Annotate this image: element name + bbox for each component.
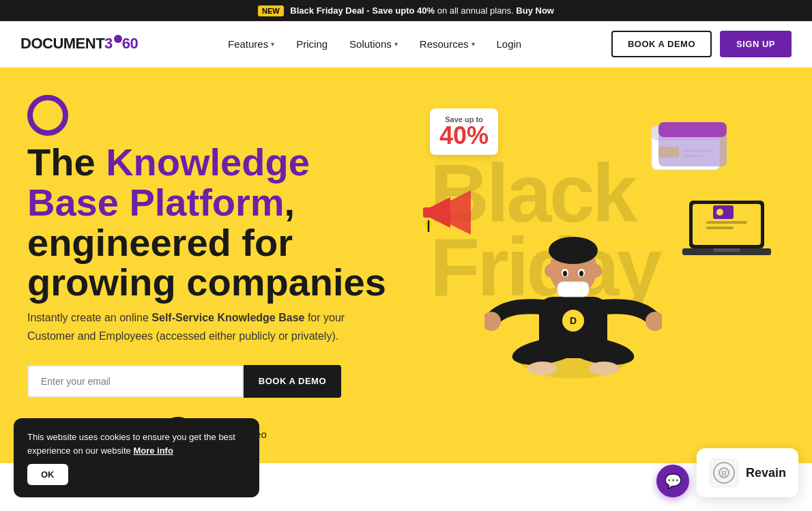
revain-icon: R [709, 458, 739, 488]
nav-item-features[interactable]: Features ▾ [228, 38, 274, 50]
bf-illustration: Save up to 40% BlackFriday [389, 88, 785, 443]
chevron-down-icon: ▾ [472, 40, 475, 48]
nav-link-features[interactable]: Features ▾ [228, 38, 274, 50]
laptop-decoration [682, 197, 771, 268]
hero-circle-decoration [27, 95, 68, 136]
svg-point-29 [545, 264, 555, 278]
logo: DOCUMENT360 [20, 35, 138, 53]
svg-rect-16 [423, 207, 431, 218]
megaphone-decoration [416, 184, 478, 248]
svg-marker-17 [450, 190, 471, 235]
svg-point-30 [591, 264, 602, 278]
hero-section: The Knowledge Base Platform, engineered … [0, 68, 812, 463]
cookie-more-info-link[interactable]: More info [133, 446, 173, 456]
hero-left: The Knowledge Base Platform, engineered … [27, 95, 409, 452]
svg-marker-15 [430, 197, 450, 228]
nav-item-pricing[interactable]: Pricing [296, 38, 328, 50]
top-banner: NEW Black Friday Deal - Save upto 40% on… [0, 0, 812, 21]
logo-circle-icon [114, 35, 122, 43]
nav-link-pricing[interactable]: Pricing [296, 38, 328, 50]
cookie-banner: This website uses cookies to ensure you … [14, 418, 259, 497]
nav-link-resources[interactable]: Resources ▾ [420, 38, 475, 50]
svg-rect-12 [706, 227, 734, 229]
svg-rect-35 [557, 282, 589, 297]
book-demo-button[interactable]: BOOK A DEMO [611, 31, 712, 57]
svg-rect-14 [713, 248, 740, 252]
svg-point-34 [579, 271, 583, 276]
svg-rect-6 [658, 122, 727, 137]
email-form: BOOK A DEMO [27, 365, 341, 398]
book-demo-form-button[interactable]: BOOK A DEMO [244, 365, 341, 398]
credit-card-decoration [648, 122, 730, 176]
cookie-ok-button[interactable]: OK [27, 464, 68, 485]
nav-item-solutions[interactable]: Solutions ▾ [349, 38, 398, 50]
svg-text:D: D [570, 315, 577, 326]
revain-brand-name: Revain [746, 466, 786, 480]
sign-up-button[interactable]: SIGN UP [720, 31, 792, 57]
buy-now-link[interactable]: Buy Now [516, 5, 554, 16]
hero-subtitle-plain: Instantly create an online [27, 312, 151, 323]
nav-actions: BOOK A DEMO SIGN UP [611, 31, 792, 57]
hero-title: The Knowledge Base Platform, engineered … [27, 143, 409, 303]
hero-right: Save up to 40% BlackFriday [362, 68, 812, 463]
character-illustration: D [484, 194, 662, 402]
hero-subtitle: Instantly create an online Self-Service … [27, 308, 368, 345]
save-pct: 40% [439, 123, 489, 148]
chat-icon: 💬 [665, 473, 682, 489]
svg-point-38 [527, 362, 557, 375]
email-input[interactable] [27, 365, 244, 398]
chevron-down-icon: ▾ [394, 40, 398, 48]
chat-button[interactable]: 💬 [656, 465, 689, 497]
new-badge: NEW [258, 5, 284, 16]
svg-text:R: R [721, 469, 727, 478]
revain-widget[interactable]: R Revain [697, 448, 798, 497]
main-nav: DOCUMENT360 Features ▾ Pricing Solutions… [0, 21, 812, 68]
cookie-text: This website uses cookies to ensure you … [27, 430, 246, 457]
svg-point-10 [716, 209, 723, 216]
svg-point-28 [549, 237, 598, 264]
svg-rect-11 [706, 221, 747, 224]
svg-point-39 [589, 362, 619, 375]
nav-link-solutions[interactable]: Solutions ▾ [349, 38, 398, 50]
hero-subtitle-bold: Self-Service Knowledge Base [151, 312, 304, 323]
svg-point-33 [563, 271, 567, 276]
logo-text: DOCUMENT360 [20, 35, 138, 53]
hero-title-plain: The [27, 141, 106, 184]
chevron-down-icon: ▾ [271, 40, 274, 48]
nav-item-login[interactable]: Login [497, 38, 522, 50]
banner-deal-text: Black Friday Deal - Save upto 40% [290, 5, 435, 16]
banner-suffix-text: on all annual plans. [437, 5, 514, 16]
nav-link-login[interactable]: Login [497, 38, 522, 50]
nav-item-resources[interactable]: Resources ▾ [420, 38, 475, 50]
nav-links: Features ▾ Pricing Solutions ▾ Resources… [228, 38, 521, 50]
